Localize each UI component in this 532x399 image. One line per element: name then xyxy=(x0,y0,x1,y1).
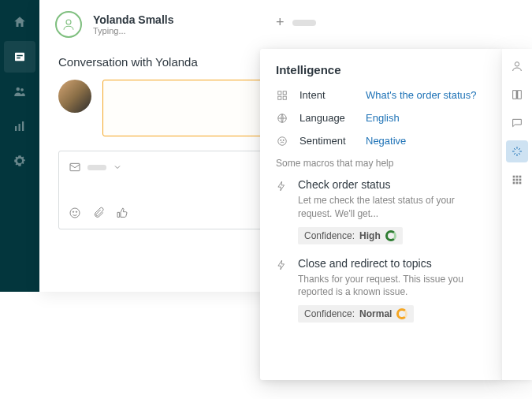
intent-row: Intent What's the order status? xyxy=(276,89,487,101)
rail-apps[interactable] xyxy=(506,169,528,191)
intent-value[interactable]: What's the order status? xyxy=(366,89,477,101)
svg-rect-1 xyxy=(17,55,23,57)
tab-add[interactable]: + xyxy=(276,14,316,31)
ticket-icon xyxy=(13,50,27,64)
macro-desc: Let me check the latest status of your r… xyxy=(298,194,487,221)
rail-user[interactable] xyxy=(506,55,528,77)
gear-icon xyxy=(13,154,27,168)
macro-title: Check order status xyxy=(298,178,487,191)
confidence-label: Confidence: xyxy=(304,308,355,319)
home-icon xyxy=(13,15,27,29)
plus-icon: + xyxy=(276,14,285,31)
svg-rect-27 xyxy=(519,179,522,181)
chart-icon xyxy=(13,119,27,133)
svg-point-4 xyxy=(20,88,24,91)
macro-item[interactable]: Check order status Let me check the late… xyxy=(276,178,487,244)
emoji-icon[interactable] xyxy=(69,207,81,219)
svg-rect-14 xyxy=(283,91,286,94)
globe-icon xyxy=(276,113,288,124)
confidence-pill: Confidence: High xyxy=(298,227,403,244)
customer-name: Yolanda Smalls xyxy=(93,13,173,26)
svg-rect-26 xyxy=(516,179,519,181)
sentiment-row: Sentiment Negative xyxy=(276,135,487,147)
language-label: Language xyxy=(299,112,355,124)
macro-title: Close and redirect to topics xyxy=(298,257,487,270)
svg-rect-7 xyxy=(22,121,24,131)
bolt-icon xyxy=(276,259,288,271)
svg-point-20 xyxy=(283,140,284,140)
intelligence-panel: Intelligence Intent What's the order sta… xyxy=(260,49,503,380)
confidence-pill: Confidence: Normal xyxy=(298,305,414,323)
chevron-down-icon xyxy=(113,162,122,172)
svg-rect-13 xyxy=(278,91,281,94)
svg-rect-2 xyxy=(17,58,20,59)
svg-rect-29 xyxy=(516,182,519,185)
confidence-label: Confidence: xyxy=(304,230,355,241)
sentiment-value[interactable]: Negative xyxy=(366,135,406,147)
intent-label: Intent xyxy=(299,89,355,101)
customer-status: Typing... xyxy=(93,26,173,35)
svg-rect-16 xyxy=(283,96,286,99)
language-value[interactable]: English xyxy=(366,112,400,124)
confidence-ring-icon xyxy=(385,230,396,241)
attach-icon[interactable] xyxy=(92,207,105,219)
svg-rect-5 xyxy=(15,126,17,131)
svg-rect-22 xyxy=(513,176,515,178)
svg-rect-24 xyxy=(519,176,522,178)
svg-rect-23 xyxy=(516,176,519,178)
nav-settings[interactable] xyxy=(4,145,35,177)
mail-icon xyxy=(69,161,81,173)
macro-item[interactable]: Close and redirect to topics Thanks for … xyxy=(276,257,487,323)
svg-point-8 xyxy=(66,20,71,24)
nav-reports[interactable] xyxy=(4,110,35,142)
rail-chat[interactable] xyxy=(506,112,528,134)
rail-intelligence[interactable] xyxy=(506,140,528,162)
book-icon xyxy=(511,88,523,101)
right-rail xyxy=(502,49,532,380)
confidence-ring-icon xyxy=(396,308,407,319)
svg-point-11 xyxy=(73,211,73,212)
channel-placeholder xyxy=(87,165,106,170)
svg-point-10 xyxy=(70,208,80,218)
header-avatar[interactable] xyxy=(55,11,82,38)
chat-icon xyxy=(511,117,523,129)
tab-placeholder xyxy=(292,20,316,26)
person-icon xyxy=(511,60,523,73)
macro-desc: Thanks for your request. This issue you … xyxy=(298,273,487,300)
face-icon xyxy=(276,136,288,147)
svg-rect-9 xyxy=(70,163,80,170)
person-icon xyxy=(61,17,76,32)
users-icon xyxy=(13,84,27,99)
language-row: Language English xyxy=(276,112,487,124)
thumbs-up-icon[interactable] xyxy=(116,207,128,219)
rail-knowledge[interactable] xyxy=(506,84,528,106)
svg-point-12 xyxy=(76,211,76,212)
confidence-value: High xyxy=(359,230,381,241)
svg-rect-28 xyxy=(513,182,515,185)
left-nav xyxy=(0,0,39,292)
nav-customers[interactable] xyxy=(4,76,35,107)
svg-point-21 xyxy=(515,62,519,66)
customer-avatar[interactable] xyxy=(58,80,91,113)
macro-hint: Some macros that may help xyxy=(276,158,487,169)
intelligence-title: Intelligence xyxy=(276,63,487,76)
svg-rect-15 xyxy=(278,96,281,99)
sentiment-label: Sentiment xyxy=(299,135,355,147)
svg-rect-30 xyxy=(519,182,522,185)
svg-point-3 xyxy=(17,88,20,91)
svg-rect-6 xyxy=(19,124,20,131)
svg-rect-0 xyxy=(15,53,24,62)
nav-home[interactable] xyxy=(4,6,35,38)
confidence-value: Normal xyxy=(359,308,392,319)
intent-icon xyxy=(276,90,288,101)
grid-icon xyxy=(511,173,523,186)
nav-ticket[interactable] xyxy=(4,41,35,73)
svg-point-19 xyxy=(281,140,281,140)
sparkle-icon xyxy=(511,145,523,158)
svg-point-18 xyxy=(278,136,287,145)
svg-rect-25 xyxy=(513,179,515,181)
bolt-icon xyxy=(276,180,288,192)
